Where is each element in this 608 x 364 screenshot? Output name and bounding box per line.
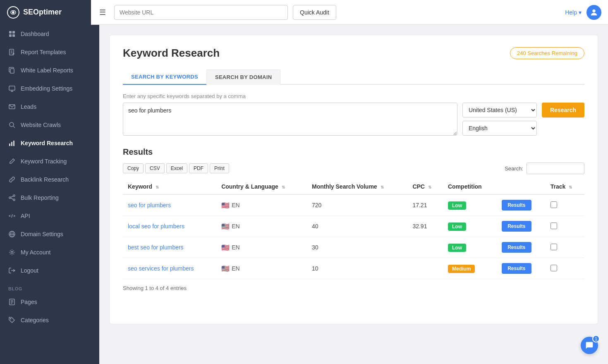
sidebar-item-categories[interactable]: Categories <box>0 311 99 329</box>
results-button[interactable]: Results <box>502 263 531 274</box>
research-button[interactable]: Research <box>542 103 584 117</box>
mail-icon <box>8 103 16 110</box>
cell-track <box>546 194 584 216</box>
sidebar-item-report-templates[interactable]: Report Templates <box>0 43 99 61</box>
sidebar-label-dashboard: Dashboard <box>21 31 49 37</box>
chat-bubble[interactable]: 1 <box>581 337 598 354</box>
sidebar-label-bulk-reporting: Bulk Reporting <box>21 194 59 201</box>
svg-line-26 <box>12 214 12 218</box>
sidebar-item-dashboard[interactable]: Dashboard <box>0 25 99 43</box>
track-checkbox[interactable] <box>551 244 557 250</box>
competition-badge: Low <box>448 223 466 231</box>
language-select[interactable]: English Spanish French German <box>462 121 537 136</box>
help-button[interactable]: Help ▾ <box>565 9 582 16</box>
pdf-button[interactable]: PDF <box>189 163 208 173</box>
bar-chart-icon <box>8 139 16 147</box>
logo[interactable]: SEOptimer <box>0 0 91 25</box>
table-row: local seo for plumbers 🇺🇸EN 40 32.91 Low… <box>123 216 584 237</box>
flag-icon: 🇺🇸 <box>221 244 230 251</box>
logo-text: SEOptimer <box>23 8 62 17</box>
sidebar-item-embedding[interactable]: Embedding Settings <box>0 79 99 98</box>
track-checkbox[interactable] <box>551 265 557 271</box>
svg-point-22 <box>9 197 11 199</box>
sidebar-item-keyword-research[interactable]: Keyword Research <box>0 134 99 152</box>
sidebar-item-domain-settings[interactable]: Domain Settings <box>0 225 99 243</box>
excel-button[interactable]: Excel <box>166 163 187 173</box>
csv-button[interactable]: CSV <box>145 163 165 173</box>
results-button[interactable]: Results <box>502 242 531 253</box>
sidebar-label-api: API <box>21 213 30 219</box>
keyword-link[interactable]: seo for plumbers <box>128 202 171 208</box>
quick-audit-button[interactable]: Quick Audit <box>293 5 336 20</box>
content-card: Keyword Research 240 Searches Remaining … <box>109 35 598 324</box>
keyword-textarea[interactable]: seo for plumbers <box>123 103 457 136</box>
avatar[interactable] <box>586 5 601 20</box>
sidebar-item-leads[interactable]: Leads <box>0 98 99 116</box>
sidebar-item-pages[interactable]: Pages <box>0 293 99 311</box>
results-button[interactable]: Results <box>502 200 531 211</box>
cell-volume: 30 <box>307 237 407 258</box>
sidebar-label-logout: Logout <box>21 267 38 274</box>
tag-icon <box>8 316 16 324</box>
tab-search-by-domain[interactable]: SEARCH BY DOMAIN <box>206 69 280 85</box>
sidebar-label-domain-settings: Domain Settings <box>21 231 63 237</box>
svg-rect-20 <box>13 141 14 146</box>
competition-badge: Medium <box>448 265 475 273</box>
results-table: Keyword ⇅ Country & Language ⇅ Monthly S… <box>123 179 584 279</box>
svg-point-36 <box>10 318 11 319</box>
url-input[interactable] <box>114 5 288 20</box>
track-checkbox[interactable] <box>551 223 557 229</box>
print-button[interactable]: Print <box>210 163 229 173</box>
sidebar-label-keyword-research: Keyword Research <box>21 140 73 146</box>
svg-line-17 <box>13 126 15 128</box>
sidebar-item-backlink-research[interactable]: Backlink Research <box>0 170 99 189</box>
table-row: seo services for plumbers 🇺🇸EN 10 Medium… <box>123 258 584 279</box>
col-results <box>497 179 546 194</box>
lang-code: EN <box>232 265 239 272</box>
track-checkbox[interactable] <box>551 201 557 208</box>
sidebar-item-website-crawls[interactable]: Website Crawls <box>0 116 99 134</box>
file-edit-icon <box>8 48 16 56</box>
cell-keyword: seo services for plumbers <box>123 258 216 279</box>
logout-icon <box>8 267 16 274</box>
flag-icon: 🇺🇸 <box>221 201 230 209</box>
sidebar-item-bulk-reporting[interactable]: Bulk Reporting <box>0 189 99 207</box>
flag-icon: 🇺🇸 <box>221 223 230 230</box>
share-icon <box>8 194 16 201</box>
results-button[interactable]: Results <box>502 221 531 232</box>
cell-cpc: 17.21 <box>407 194 443 216</box>
sort-cpc-icon[interactable]: ⇅ <box>428 185 431 189</box>
cell-track <box>546 216 584 237</box>
sidebar-item-api[interactable]: API <box>0 207 99 225</box>
sidebar-label-my-account: My Account <box>21 249 50 256</box>
svg-rect-4 <box>12 31 15 34</box>
sidebar-item-my-account[interactable]: My Account <box>0 243 99 261</box>
copy-button[interactable]: Copy <box>123 163 144 173</box>
flag-icon: 🇺🇸 <box>221 265 230 273</box>
sort-track-icon[interactable]: ⇅ <box>569 185 572 189</box>
table-search-input[interactable] <box>527 163 584 174</box>
table-footer: Showing 1 to 4 of 4 entries <box>123 285 584 291</box>
tab-search-by-keywords[interactable]: SEARCH BY KEYWORDS <box>123 69 206 85</box>
keyword-link[interactable]: best seo for plumbers <box>128 244 184 251</box>
keyword-link[interactable]: seo services for plumbers <box>128 265 194 272</box>
topbar: SEOptimer ☰ Quick Audit Help ▾ <box>0 0 608 25</box>
sidebar-item-logout[interactable]: Logout <box>0 261 99 280</box>
search-controls: United States (US) United Kingdom (UK) A… <box>462 103 537 136</box>
hamburger-icon[interactable]: ☰ <box>96 6 109 19</box>
svg-rect-11 <box>10 69 14 73</box>
sort-country-icon[interactable]: ⇅ <box>282 185 285 189</box>
country-select[interactable]: United States (US) United Kingdom (UK) A… <box>462 103 537 117</box>
link-icon <box>8 176 16 183</box>
sidebar-label-report-templates: Report Templates <box>21 49 66 55</box>
sort-volume-icon[interactable]: ⇅ <box>381 185 384 189</box>
sidebar-item-keyword-tracking[interactable]: Keyword Tracking <box>0 152 99 170</box>
cell-country-lang: 🇺🇸EN <box>216 194 307 216</box>
svg-point-23 <box>13 199 15 201</box>
logo-icon <box>7 6 20 19</box>
sidebar-item-white-label[interactable]: White Label Reports <box>0 61 99 79</box>
blog-section-label: Blog <box>0 280 99 293</box>
cell-results-btn: Results <box>497 258 546 279</box>
sort-keyword-icon[interactable]: ⇅ <box>156 185 159 189</box>
keyword-link[interactable]: local seo for plumbers <box>128 223 184 230</box>
